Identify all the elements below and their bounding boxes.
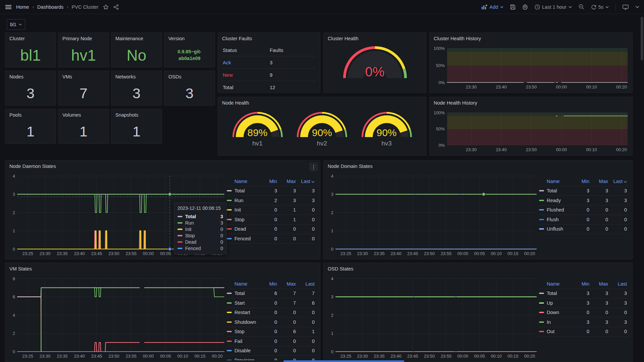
series-color-swatch bbox=[227, 302, 232, 304]
legend-row-up[interactable]: Up 333 bbox=[539, 298, 628, 308]
cluster-variable-dropdown[interactable]: bl1 bbox=[7, 19, 25, 30]
legend-row-fenced[interactable]: Fenced 000 bbox=[227, 234, 316, 244]
panel-title[interactable]: Node Daemon States bbox=[5, 161, 320, 170]
cluster-variable-value: bl1 bbox=[10, 22, 16, 27]
stat-title[interactable]: Networks bbox=[111, 71, 162, 81]
legend-row-fail[interactable]: Fail 000 bbox=[227, 337, 316, 346]
legend-row-flush[interactable]: Flush 000 bbox=[539, 215, 628, 225]
legend-row-disable[interactable]: Disable 000 bbox=[227, 346, 316, 356]
legend-row-flushed[interactable]: Flushed 000 bbox=[539, 205, 628, 215]
zoom-out-time-icon[interactable] bbox=[579, 4, 584, 10]
panel-title[interactable]: Node Health History bbox=[430, 97, 632, 107]
hamburger-menu-icon[interactable] bbox=[5, 5, 11, 9]
legend-row-ready[interactable]: Ready 333 bbox=[539, 196, 628, 205]
legend-col-min[interactable]: Min bbox=[260, 179, 278, 184]
vertical-scrollbar-track[interactable] bbox=[641, 15, 643, 361]
legend-row-total[interactable]: Total 333 bbox=[539, 289, 628, 299]
legend-col-last[interactable]: Last bbox=[609, 179, 628, 184]
legend-col-name[interactable]: Name bbox=[227, 179, 260, 184]
node-health-history-chart[interactable]: 0%50%100%23:3023:4023:5000:0000:1000:20 bbox=[432, 109, 630, 154]
legend-row-out[interactable]: Out 000 bbox=[539, 327, 628, 337]
legend-row-start[interactable]: Start 076 bbox=[227, 298, 316, 308]
legend-col-last[interactable]: Last bbox=[297, 179, 316, 184]
legend-row-init[interactable]: Init 010 bbox=[227, 205, 316, 215]
legend-row-stop[interactable]: Stop 010 bbox=[227, 215, 316, 225]
panel-menu-kebab-icon[interactable]: ⋮ bbox=[309, 163, 318, 171]
stat-title[interactable]: Pools bbox=[5, 109, 56, 119]
legend-col-last[interactable]: Last bbox=[297, 281, 316, 287]
stat-title[interactable]: Version bbox=[164, 33, 215, 43]
node-domain-chart[interactable]: 0123423:2523:3023:3523:4023:4523:5023:55… bbox=[326, 173, 539, 258]
stat-title[interactable]: OSDs bbox=[164, 71, 215, 81]
panel-cluster-faults: Cluster Faults StatusFaults Ack 3 New 9 … bbox=[218, 33, 320, 93]
legend-row-restart[interactable]: Restart 000 bbox=[227, 308, 316, 318]
time-range-picker[interactable]: Last 1 hour bbox=[535, 4, 572, 10]
legend-row-total[interactable]: Total 333 bbox=[539, 186, 628, 196]
add-panel-button[interactable]: Add bbox=[482, 4, 503, 10]
legend-row-total[interactable]: Total 677 bbox=[227, 289, 316, 299]
breadcrumb-item[interactable]: Dashboards bbox=[37, 4, 63, 10]
panel-title[interactable]: Node Health bbox=[218, 97, 426, 107]
legend-col-name[interactable]: Name bbox=[539, 179, 572, 184]
svg-text:23:45: 23:45 bbox=[91, 251, 102, 256]
svg-text:00:20: 00:20 bbox=[212, 354, 223, 359]
legend-row-unflush[interactable]: Unflush 000 bbox=[539, 225, 628, 234]
legend-row-down[interactable]: Down 000 bbox=[539, 308, 628, 318]
faults-header-row: StatusFaults bbox=[222, 44, 316, 56]
legend-row-total[interactable]: Total 333 bbox=[227, 186, 316, 196]
panel-title[interactable]: Cluster Health History bbox=[430, 33, 632, 43]
breadcrumb-separator: › bbox=[33, 4, 34, 9]
stat-title[interactable]: Nodes bbox=[5, 71, 56, 81]
panel-title[interactable]: Cluster Faults bbox=[218, 33, 320, 43]
vm-states-chart[interactable]: 0246823:2523:3023:3523:4023:4523:5023:55… bbox=[7, 275, 227, 360]
faults-count: 12 bbox=[269, 84, 316, 90]
vertical-scrollbar-thumb[interactable] bbox=[641, 17, 643, 60]
stat-title[interactable]: Volumes bbox=[58, 109, 109, 119]
refresh-interval-label[interactable]: 5s bbox=[598, 4, 603, 10]
stat-title[interactable]: Primary Node bbox=[58, 33, 109, 43]
stat-title[interactable]: Snapshots bbox=[111, 109, 162, 119]
legend-col-max[interactable]: Max bbox=[591, 179, 609, 184]
osd-states-chart[interactable]: 0123423:2523:3023:3523:4023:4523:5023:55… bbox=[326, 275, 539, 360]
panel-title[interactable]: Cluster Health bbox=[324, 33, 426, 43]
cluster-health-history-chart[interactable]: 0%50%100%23:3023:4023:5000:0000:1000:20 bbox=[432, 45, 630, 91]
legend-col-min[interactable]: Min bbox=[572, 281, 591, 287]
tv-kiosk-mode-icon[interactable] bbox=[623, 4, 629, 10]
svg-text:0%: 0% bbox=[438, 80, 445, 85]
legend-col-max[interactable]: Max bbox=[591, 281, 609, 287]
stat-title[interactable]: Cluster bbox=[5, 33, 56, 43]
legend-col-max[interactable]: Max bbox=[278, 179, 297, 184]
legend-row-shutdown[interactable]: Shutdown 000 bbox=[227, 317, 316, 327]
legend-row-provision[interactable]: Provision 000 bbox=[227, 356, 316, 360]
refresh-dashboard-button[interactable]: 5s bbox=[591, 4, 609, 10]
legend-col-min[interactable]: Min bbox=[572, 179, 591, 184]
legend-row-run[interactable]: Run 233 bbox=[227, 196, 316, 205]
legend-row-stop[interactable]: Stop 061 bbox=[227, 327, 316, 337]
svg-text:00:20: 00:20 bbox=[524, 354, 535, 359]
dashboard-settings-gear-icon[interactable] bbox=[522, 4, 528, 10]
stat-title[interactable]: VMs bbox=[58, 71, 109, 81]
legend-row-in[interactable]: In 333 bbox=[539, 317, 628, 327]
legend-row-dead[interactable]: Dead 000 bbox=[227, 225, 316, 234]
horizontal-scrollbar-thumb[interactable] bbox=[283, 360, 404, 362]
legend-col-min[interactable]: Min bbox=[260, 281, 278, 287]
panel-title[interactable]: Node Domain States bbox=[324, 161, 632, 170]
panel-title[interactable]: VM States bbox=[5, 263, 320, 273]
faults-row: Ack 3 bbox=[222, 56, 316, 69]
share-icon[interactable] bbox=[113, 4, 119, 10]
legend-col-last[interactable]: Last bbox=[609, 281, 628, 287]
legend-col-name[interactable]: Name bbox=[539, 281, 572, 287]
favorite-star-icon[interactable] bbox=[103, 4, 109, 10]
series-color-swatch bbox=[177, 222, 182, 224]
legend-col-name[interactable]: Name bbox=[227, 281, 260, 287]
save-dashboard-icon[interactable] bbox=[510, 4, 516, 10]
stat-title[interactable]: Maintenance bbox=[111, 33, 162, 43]
breadcrumb-item[interactable]: Home bbox=[16, 4, 29, 10]
panel-title[interactable]: OSD States bbox=[324, 263, 632, 273]
legend-col-max[interactable]: Max bbox=[278, 281, 297, 287]
svg-text:23:40: 23:40 bbox=[390, 354, 401, 359]
panel-node-health: Node Health 89% hv1 90% hv2 90% hv3 bbox=[218, 97, 426, 156]
clock-icon bbox=[535, 4, 540, 10]
svg-text:23:45: 23:45 bbox=[407, 251, 418, 256]
collapse-nav-chevron-icon[interactable] bbox=[635, 6, 639, 8]
